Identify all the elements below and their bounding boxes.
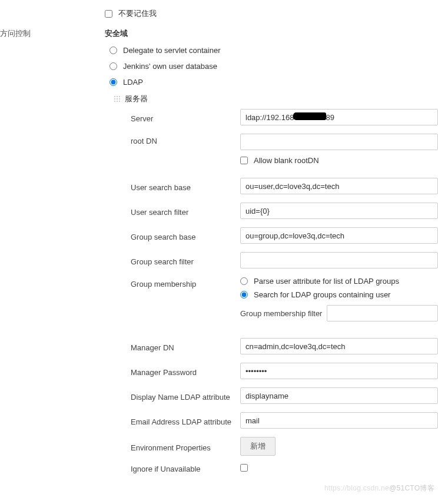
membership-search-radio[interactable] bbox=[240, 291, 248, 299]
svg-point-5 bbox=[119, 98, 120, 100]
email-attr-label: Email Address LDAP attribute bbox=[131, 415, 240, 426]
group-membership-row: Group membership Parse user attribute fo… bbox=[131, 277, 438, 321]
group-search-filter-row: Group search filter bbox=[131, 252, 438, 268]
svg-point-2 bbox=[119, 96, 120, 97]
server-label: Server bbox=[131, 111, 240, 123]
email-attr-input[interactable] bbox=[240, 412, 438, 429]
watermark: https://blog.csdn.ne@51CTO博客 bbox=[324, 483, 434, 493]
realm-servlet-row: Delegate to servlet container bbox=[110, 46, 438, 55]
allow-blank-rootdn-row: Allow blank rootDN bbox=[240, 156, 438, 165]
dont-remember-checkbox[interactable] bbox=[105, 10, 112, 18]
group-search-base-row: Group search base bbox=[131, 227, 438, 244]
svg-point-8 bbox=[119, 101, 120, 102]
main-content: 不要记住我 安全域 Delegate to servlet container … bbox=[105, 8, 438, 473]
realm-ldap-row: LDAP bbox=[110, 78, 438, 87]
root-dn-field-row: root DN Allow blank rootDN bbox=[131, 134, 438, 165]
watermark-left: https://blog.csdn.ne bbox=[324, 484, 389, 492]
user-search-base-label: User search base bbox=[131, 180, 240, 192]
manager-password-row: Manager Password bbox=[131, 363, 438, 379]
manager-dn-input[interactable] bbox=[240, 338, 438, 354]
group-search-base-input[interactable] bbox=[240, 227, 438, 244]
group-membership-label: Group membership bbox=[131, 277, 240, 289]
realm-jenkins-radio[interactable] bbox=[110, 62, 117, 70]
ignore-unavailable-checkbox[interactable] bbox=[240, 464, 248, 472]
allow-blank-rootdn-label: Allow blank rootDN bbox=[254, 156, 319, 165]
manager-dn-row: Manager DN bbox=[131, 338, 438, 354]
sidebar-access-control: 方问控制 bbox=[0, 28, 31, 39]
membership-parse-label: Parse user attribute for list of LDAP gr… bbox=[254, 277, 399, 286]
servers-header: 服务器 bbox=[113, 94, 438, 104]
svg-point-0 bbox=[114, 96, 115, 97]
membership-parse-radio[interactable] bbox=[240, 277, 248, 285]
remember-me-row: 不要记住我 bbox=[105, 8, 438, 19]
root-dn-input[interactable] bbox=[240, 134, 438, 150]
membership-search-row: Search for LDAP groups containing user bbox=[240, 290, 438, 299]
membership-search-label: Search for LDAP groups containing user bbox=[254, 290, 390, 299]
user-search-filter-input[interactable] bbox=[240, 203, 438, 219]
allow-blank-rootdn-checkbox[interactable] bbox=[240, 157, 248, 164]
display-name-attr-row: Display Name LDAP attribute bbox=[131, 387, 438, 404]
realm-servlet-label: Delegate to servlet container bbox=[123, 46, 220, 55]
group-search-filter-label: Group search filter bbox=[131, 254, 240, 266]
server-input[interactable] bbox=[240, 109, 438, 125]
ignore-unavailable-row: Ignore if Unavailable bbox=[131, 464, 438, 473]
user-search-base-row: User search base bbox=[131, 178, 438, 194]
servers-label: 服务器 bbox=[125, 94, 148, 104]
user-search-filter-row: User search filter bbox=[131, 203, 438, 219]
user-search-filter-label: User search filter bbox=[131, 205, 240, 217]
watermark-right: @51CTO博客 bbox=[389, 484, 434, 492]
add-env-prop-button[interactable]: 新增 bbox=[240, 437, 276, 456]
user-search-base-input[interactable] bbox=[240, 178, 438, 194]
ignore-unavailable-label: Ignore if Unavailable bbox=[131, 465, 240, 473]
membership-parse-row: Parse user attribute for list of LDAP gr… bbox=[240, 277, 438, 286]
manager-password-input[interactable] bbox=[240, 363, 438, 379]
group-search-filter-input[interactable] bbox=[240, 252, 438, 268]
ldap-section: 服务器 Server root DN Allow blank rootDN Us… bbox=[114, 94, 438, 473]
manager-dn-label: Manager DN bbox=[131, 340, 240, 352]
membership-filter-label: Group membership filter bbox=[240, 309, 322, 318]
server-field-row: Server bbox=[131, 109, 438, 125]
root-dn-label: root DN bbox=[131, 134, 240, 145]
realm-ldap-label: LDAP bbox=[123, 78, 143, 87]
display-name-attr-label: Display Name LDAP attribute bbox=[131, 390, 240, 402]
display-name-attr-input[interactable] bbox=[240, 387, 438, 404]
drag-handle-icon[interactable] bbox=[113, 95, 121, 103]
svg-point-7 bbox=[117, 101, 118, 102]
svg-point-6 bbox=[114, 101, 115, 102]
dont-remember-label: 不要记住我 bbox=[118, 8, 157, 19]
svg-point-3 bbox=[114, 98, 115, 100]
svg-point-4 bbox=[117, 98, 118, 100]
realm-jenkins-row: Jenkins' own user database bbox=[110, 62, 438, 71]
manager-password-label: Manager Password bbox=[131, 365, 240, 377]
env-props-label: Environment Properties bbox=[131, 440, 240, 452]
realm-servlet-radio[interactable] bbox=[110, 47, 117, 54]
membership-filter-input[interactable] bbox=[327, 305, 438, 321]
realm-jenkins-label: Jenkins' own user database bbox=[123, 62, 217, 71]
security-realm-title: 安全域 bbox=[105, 28, 438, 39]
env-props-row: Environment Properties 新增 bbox=[131, 437, 438, 456]
svg-point-1 bbox=[117, 96, 118, 97]
membership-filter-row: Group membership filter bbox=[240, 305, 438, 321]
email-attr-row: Email Address LDAP attribute bbox=[131, 412, 438, 429]
realm-ldap-radio[interactable] bbox=[110, 78, 117, 86]
group-search-base-label: Group search base bbox=[131, 230, 240, 241]
